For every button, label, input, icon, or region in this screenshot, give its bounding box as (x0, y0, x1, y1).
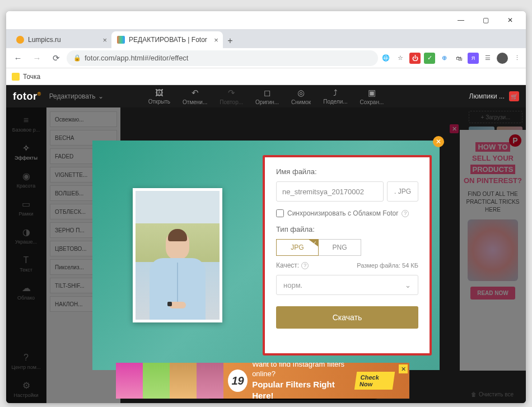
filetype-label: Тип файла: (276, 225, 418, 233)
fotor-logo[interactable]: fotor® (13, 91, 41, 102)
profile-avatar[interactable] (497, 53, 508, 64)
download-modal: ✕ Имя файла: (92, 141, 440, 370)
user-area[interactable]: Люмпики ... 🛒 (469, 91, 519, 101)
save-icon: ▣ (368, 88, 376, 98)
extension-icon[interactable]: Я (468, 53, 479, 64)
new-tab-button[interactable]: + (223, 34, 237, 48)
menu-icon[interactable]: ⋮ (511, 53, 522, 64)
extension-icon[interactable]: ⏻ (409, 53, 421, 64)
tab-lumpics[interactable]: Lumpics.ru × (11, 31, 111, 48)
close-window-button[interactable]: ✕ (498, 12, 522, 29)
app-header: fotor® Редактировать ⌄ 🖼Открыть ↶Отмени.… (6, 85, 526, 107)
favicon-icon (16, 36, 24, 44)
bookmarks-bar: Точка (6, 68, 526, 85)
bottom-ad-banner[interactable]: ✕ 19 Want to find Instagram filters onli… (116, 363, 409, 399)
undo-action[interactable]: ↶Отмени... (183, 88, 207, 105)
redo-action[interactable]: ↷Повтор... (220, 88, 243, 105)
quality-value: норм. (283, 281, 302, 289)
filesize-text: Размер файла: 54 КБ (357, 262, 418, 269)
reload-button[interactable]: ⟳ (48, 50, 64, 67)
filetype-toggle: JPG PNG (276, 239, 418, 256)
username: Люмпики ... (469, 92, 505, 100)
banner-text: Want to find Instagram filters online? P… (252, 363, 356, 399)
help-icon[interactable]: ? (402, 210, 409, 217)
save-action[interactable]: ▣Сохран... (360, 88, 384, 105)
undo-icon: ↶ (192, 88, 199, 98)
tab-strip: Lumpics.ru × РЕДАКТИРОВАТЬ | Fotor × + (6, 29, 526, 48)
photo-frame (133, 188, 222, 322)
close-tab-icon[interactable]: × (102, 36, 107, 44)
download-button[interactable]: Скачать (276, 306, 418, 329)
image-icon: 🖼 (155, 88, 164, 97)
chevron-down-icon: ⌄ (98, 92, 104, 100)
extension-icons: 🌐 ☆ ⏻ ✓ ⊕ 🛍 Я ☰ ⋮ (380, 53, 522, 64)
fotor-app: fotor® Редактировать ⌄ 🖼Открыть ↶Отмени.… (6, 85, 526, 403)
filename-input[interactable] (276, 181, 384, 202)
tab-title: РЕДАКТИРОВАТЬ | Fotor (129, 36, 207, 44)
filetype-jpg[interactable]: JPG (276, 239, 319, 256)
banner-number: 19 (228, 369, 248, 392)
sync-label: Синхронизировать с Облаком Fotor (287, 209, 398, 217)
app-body: ≡Базовое р... ✧Эффекты ◉Красота ▭Рамки ◑… (6, 107, 526, 403)
snapshot-action[interactable]: ◎Снимок (291, 88, 311, 105)
bookmark-label[interactable]: Точка (23, 73, 40, 81)
quality-select[interactable]: норм. ⌄ (276, 275, 418, 295)
sync-checkbox[interactable] (276, 209, 284, 217)
share-icon: ⤴ (333, 88, 338, 97)
filetype-png[interactable]: PNG (319, 239, 361, 256)
back-button[interactable]: ← (10, 50, 26, 67)
banner-cta[interactable]: Check Now (354, 372, 395, 390)
minimize-button[interactable]: — (449, 12, 473, 29)
chevron-down-icon: ⌄ (405, 281, 411, 289)
extension-icon[interactable]: 🛍 (453, 53, 464, 64)
forward-button[interactable]: → (29, 50, 45, 67)
original-action[interactable]: ◻Оригин... (255, 88, 279, 105)
translate-icon[interactable]: 🌐 (380, 53, 391, 64)
extension-icon[interactable]: ⊕ (438, 53, 450, 64)
filename-label: Имя файла: (276, 167, 418, 176)
edit-menu[interactable]: Редактировать ⌄ (49, 92, 104, 100)
close-modal-button[interactable]: ✕ (433, 136, 444, 147)
maximize-button[interactable]: ▢ (473, 12, 498, 29)
extension-icon[interactable]: ✓ (424, 53, 435, 64)
header-tools: 🖼Открыть ↶Отмени... ↷Повтор... ◻Оригин..… (148, 88, 384, 105)
share-action[interactable]: ⤴Подели... (323, 88, 347, 105)
sync-row: Синхронизировать с Облаком Fotor ? (276, 209, 418, 217)
favicon-icon (117, 36, 125, 44)
file-extension: . JPG (387, 181, 418, 202)
address-bar[interactable]: 🔒 fotor.com/app.html#/editor/effect (67, 50, 378, 66)
tab-title: Lumpics.ru (28, 36, 61, 44)
tab-fotor[interactable]: РЕДАКТИРОВАТЬ | Fotor × (111, 31, 223, 48)
url-text: fotor.com/app.html#/editor/effect (85, 54, 188, 62)
download-form: Имя файла: . JPG Синхронизировать с Обла… (263, 155, 432, 355)
photo-image (136, 191, 220, 320)
window-titlebar: — ▢ ✕ (6, 11, 526, 29)
close-banner-icon[interactable]: ✕ (399, 364, 408, 373)
close-tab-icon[interactable]: × (214, 36, 218, 44)
help-icon[interactable]: ? (301, 262, 309, 269)
star-icon[interactable]: ☆ (395, 53, 406, 64)
redo-icon: ↷ (228, 88, 235, 98)
camera-icon: ◎ (297, 88, 305, 98)
open-action[interactable]: 🖼Открыть (148, 88, 170, 105)
preview-area (92, 141, 263, 370)
reading-list-icon[interactable]: ☰ (482, 53, 493, 64)
bookmark-favicon-icon (12, 73, 20, 81)
quality-label: Качест: (276, 261, 299, 269)
browser-window: — ▢ ✕ Lumpics.ru × РЕДАКТИРОВАТЬ | Fotor… (6, 11, 526, 403)
banner-faces (116, 363, 223, 399)
modal-overlay: ✕ Имя файла: (6, 107, 526, 403)
image-icon: ◻ (264, 88, 270, 98)
address-bar-row: ← → ⟳ 🔒 fotor.com/app.html#/editor/effec… (6, 48, 526, 68)
lock-icon: 🔒 (73, 54, 81, 62)
notification-badge[interactable]: 🛒 (509, 91, 519, 101)
